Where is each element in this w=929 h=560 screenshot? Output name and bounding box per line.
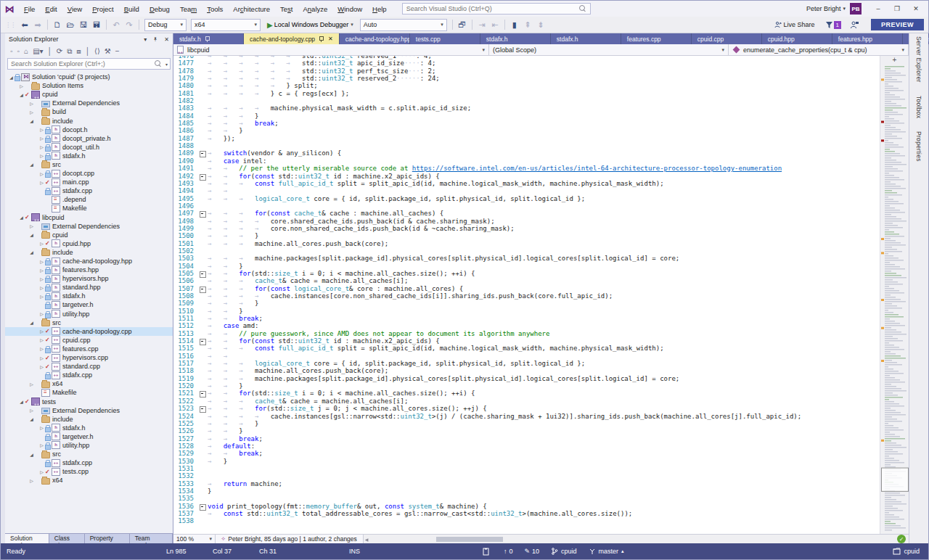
tool-window-tab-property-man-[interactable]: Property Man... xyxy=(85,534,130,543)
status-line[interactable]: Ln 985 xyxy=(166,548,213,555)
tree-item-standard-cpp[interactable]: ▷✓++standard.cpp xyxy=(5,362,173,371)
tree-item-src[interactable]: ◢src xyxy=(5,160,173,169)
tree-expander-icon[interactable]: ▷ xyxy=(28,382,35,387)
minimize-button[interactable]: – xyxy=(869,2,888,15)
menu-team[interactable]: Team xyxy=(175,3,202,15)
save-icon[interactable]: 🖫 xyxy=(77,18,90,31)
tree-item-makefile[interactable]: Makefile xyxy=(5,204,173,213)
tool-window-tab-class-view[interactable]: Class View xyxy=(49,534,85,543)
tree-expander-icon[interactable]: ▷ xyxy=(38,259,45,264)
menu-view[interactable]: View xyxy=(62,3,87,15)
menu-tools[interactable]: Tools xyxy=(202,3,228,15)
preview-button[interactable]: PREVIEW xyxy=(871,19,924,30)
tree-item-features-cpp[interactable]: ▷++features.cpp xyxy=(5,345,173,353)
tree-item-solution-items[interactable]: ▷Solution Items xyxy=(5,81,173,90)
split-editor-icon[interactable]: + xyxy=(893,56,897,65)
tree-expander-icon[interactable]: ◢ xyxy=(18,399,25,404)
menu-project[interactable]: Project xyxy=(87,3,119,15)
tree-item-makefile[interactable]: Makefile xyxy=(5,388,173,397)
fold-collapse-icon[interactable] xyxy=(198,270,208,277)
tree-item-standard-hpp[interactable]: ▷hstandard.hpp xyxy=(5,283,173,292)
tree-expander-icon[interactable]: ▷ xyxy=(38,355,45,361)
file-health-indicator-icon[interactable]: ✓ xyxy=(897,535,906,543)
redo-icon[interactable]: ↷ xyxy=(123,18,136,31)
fold-collapse-icon[interactable] xyxy=(198,173,208,180)
code-editor[interactable]: 1476→ → → → → → std::uint32_t reserved_1… xyxy=(173,56,880,534)
undo-icon[interactable]: ↶ xyxy=(110,18,123,31)
tree-expander-icon[interactable]: ▷ xyxy=(38,329,45,334)
tree-expander-icon[interactable]: ▷ xyxy=(38,425,45,430)
tree-item-docopt-util-h[interactable]: ▷hdocopt_util.h xyxy=(5,143,173,152)
tree-expander-icon[interactable]: ▷ xyxy=(28,110,35,115)
tree-item-libcpuid[interactable]: ◢✓libcpuid xyxy=(5,213,173,222)
tree-item-stdafx-h[interactable]: ▷hstdafx.h xyxy=(5,424,173,432)
tree-item-hypervisors-hpp[interactable]: ▷hhypervisors.hpp xyxy=(5,274,173,283)
tree-item-stdafx-h[interactable]: ▷hstdafx.h xyxy=(5,292,173,300)
tree-expander-icon[interactable]: ▷ xyxy=(38,127,45,132)
tree-expander-icon[interactable]: ◢ xyxy=(28,250,35,255)
solution-platform-dropdown[interactable]: x64▾ xyxy=(191,19,261,31)
tree-expander-icon[interactable]: ▷ xyxy=(38,180,45,185)
tree-item-src[interactable]: ◢src xyxy=(5,450,173,458)
menu-window[interactable]: Window xyxy=(332,3,367,15)
minimap-scrollbar[interactable]: + xyxy=(880,56,909,534)
head-picker-button[interactable]: master▴ xyxy=(589,548,624,555)
vertical-tab-properties[interactable]: Properties xyxy=(915,131,922,162)
user-name[interactable]: Peter Bright xyxy=(806,5,841,12)
menu-test[interactable]: Test xyxy=(275,3,298,15)
comment-link[interactable]: https://software.intel.com/en-us/article… xyxy=(412,165,782,172)
tree-item-docopt-h[interactable]: ▷hdocopt.h xyxy=(5,125,173,134)
solution-explorer-toolbar-icon-8[interactable]: │ xyxy=(86,47,90,55)
tree-item-tests[interactable]: ◢✓tests xyxy=(5,397,173,405)
fold-collapse-icon[interactable] xyxy=(198,149,208,157)
incoming-commits-button[interactable]: ↑0 xyxy=(504,548,513,555)
solution-explorer-toolbar-icon-2[interactable]: ⌂ xyxy=(24,47,28,55)
close-tab-icon[interactable]: ✕ xyxy=(328,36,333,42)
tree-item-cache-and-topology-hpp[interactable]: ▷hcache-and-topology.hpp xyxy=(5,257,173,265)
pin-icon[interactable] xyxy=(205,36,210,42)
tree-item-utility-hpp[interactable]: ▷hutility.hpp xyxy=(5,310,173,318)
step-into-icon[interactable]: ⇤ xyxy=(488,18,502,31)
auto-dropdown[interactable]: Auto▾ xyxy=(360,19,447,31)
tree-item-docopt-cpp[interactable]: ▷++docopt.cpp xyxy=(5,169,173,178)
fold-collapse-icon[interactable] xyxy=(198,503,208,510)
live-share-button[interactable]: Live Share xyxy=(774,21,815,29)
fold-collapse-icon[interactable] xyxy=(198,337,208,345)
solution-explorer-toolbar-icon-7[interactable]: ⧇ xyxy=(76,47,81,56)
feedback-icon[interactable] xyxy=(850,20,859,29)
tree-expander-icon[interactable]: ▷ xyxy=(38,294,45,299)
menu-help[interactable]: Help xyxy=(367,3,392,15)
document-tab-cache-and-topology.cpp[interactable]: cache-and-topology.cpp✕ xyxy=(244,33,339,44)
solution-explorer-toolbar-icon-5[interactable]: ⟳ xyxy=(57,47,62,55)
tree-item-stdafx-cpp[interactable]: ++stdafx.cpp xyxy=(5,458,173,467)
tree-item-targetver-h[interactable]: htargetver.h xyxy=(5,300,173,309)
horizontal-scrollbar[interactable]: ◀ xyxy=(364,535,894,544)
tree-item-include[interactable]: ◢include xyxy=(5,248,173,257)
tree-item-cache-and-topology-cpp[interactable]: ▷✓++cache-and-topology.cpp xyxy=(5,327,173,336)
tree-expander-icon[interactable]: ▷ xyxy=(38,337,45,342)
tree-expander-icon[interactable]: ▷ xyxy=(38,241,45,246)
avatar[interactable]: PB xyxy=(850,3,862,15)
navigate-forward-icon[interactable]: ➡ xyxy=(31,18,44,31)
tree-expander-icon[interactable]: ▷ xyxy=(28,408,35,413)
tree-expander-icon[interactable]: ▷ xyxy=(38,276,45,281)
tree-expander-icon[interactable]: ▷ xyxy=(38,268,45,273)
tree-expander-icon[interactable]: ▷ xyxy=(38,311,45,316)
save-all-icon[interactable]: 🖬 xyxy=(90,18,103,31)
tree-item-x64[interactable]: ▷x64 xyxy=(5,379,173,388)
repository-button[interactable]: cpuid xyxy=(893,548,920,555)
menu-architecture[interactable]: Architecture xyxy=(228,3,275,15)
tree-item-build[interactable]: ▷build xyxy=(5,107,173,116)
document-tab-stdafx.h[interactable]: stdafx.h xyxy=(551,33,621,44)
tree-expander-icon[interactable]: ◢ xyxy=(18,215,25,220)
tree-item-external-dependencies[interactable]: ▷External Dependencies xyxy=(5,222,173,231)
tree-expander-icon[interactable]: ◢ xyxy=(28,452,35,457)
quick-search-input[interactable] xyxy=(403,5,579,12)
debugger-target-label[interactable]: Local Windows Debugger xyxy=(274,21,349,28)
tree-expander-icon[interactable]: ◢ xyxy=(28,162,35,167)
tool-window-tab-solution-expl-[interactable]: Solution Expl... xyxy=(5,534,49,543)
notifications-button[interactable]: 1 xyxy=(825,21,841,29)
tree-expander-icon[interactable]: ▷ xyxy=(38,285,45,290)
fold-collapse-icon[interactable] xyxy=(198,210,208,217)
bookmark-icon[interactable]: ▮ xyxy=(508,18,521,31)
